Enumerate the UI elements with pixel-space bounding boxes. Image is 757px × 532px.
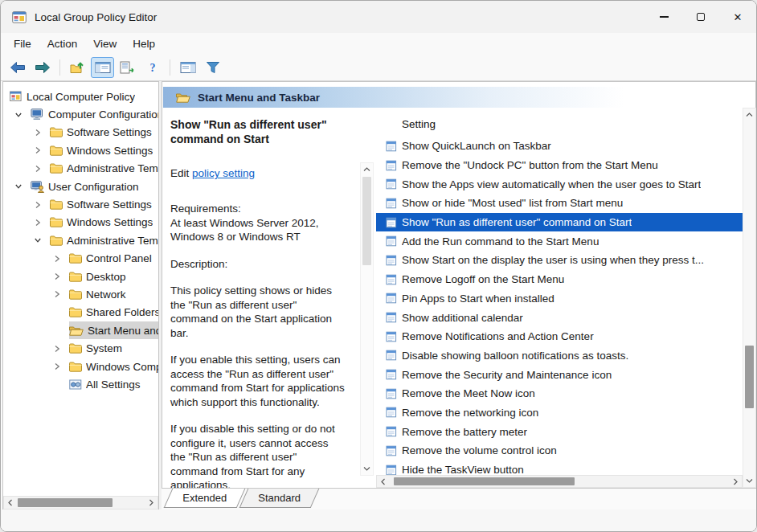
setting-row-remove-logoff-on-the-start-menu[interactable]: Remove Logoff on the Start Menu	[376, 270, 743, 289]
chevron-collapsed-icon[interactable]	[32, 165, 50, 173]
setting-row-show-or-hide-most-used-list-from-start-menu[interactable]: Show or hide "Most used" list from Start…	[376, 194, 743, 213]
setting-column-header[interactable]: Setting	[376, 114, 743, 133]
tree-item-label: Local Computer Policy	[27, 91, 135, 103]
tree-item-shared-folders[interactable]: Shared Folders	[3, 304, 158, 321]
setting-row-remove-the-meet-now-icon[interactable]: Remove the Meet Now icon	[376, 384, 743, 403]
tree-item-network[interactable]: Network	[3, 285, 158, 303]
tree-item-body: Administrative Templates	[50, 160, 158, 178]
minimize-button[interactable]	[645, 1, 682, 33]
scrollbar-track[interactable]	[361, 175, 373, 463]
tree-item-desktop[interactable]: Desktop	[3, 268, 158, 285]
scroll-down-button[interactable]	[743, 475, 755, 487]
chevron-expanded-icon[interactable]	[13, 182, 31, 190]
policy-icon	[386, 178, 397, 190]
show-console-tree-button[interactable]	[91, 57, 114, 78]
tree-item-local-computer-policy[interactable]: Local Computer Policy	[3, 88, 158, 105]
setting-label: Show the Apps view automatically when th…	[402, 178, 701, 190]
tree-item-control-panel[interactable]: Control Panel	[3, 250, 158, 268]
chevron-collapsed-icon[interactable]	[51, 272, 69, 280]
tree-item-software-settings[interactable]: Software Settings	[3, 124, 158, 141]
setting-row-remove-the-networking-icon[interactable]: Remove the networking icon	[376, 403, 743, 423]
close-button[interactable]: ✕	[719, 1, 756, 33]
tab-extended[interactable]: Extended	[164, 489, 246, 508]
show-action-pane-button[interactable]	[176, 57, 199, 78]
setting-row-pin-apps-to-start-when-installed[interactable]: Pin Apps to Start when installed	[376, 289, 743, 309]
tree-item-windows-components[interactable]: Windows Components	[3, 358, 158, 375]
scrollbar-thumb[interactable]	[362, 177, 371, 265]
tree-item-all-settings[interactable]: All Settings	[3, 375, 158, 393]
setting-row-show-quicklaunch-on-taskbar[interactable]: Show QuickLaunch on Taskbar	[376, 137, 743, 156]
menu-action[interactable]: Action	[39, 35, 86, 52]
menu-file[interactable]: File	[6, 35, 39, 52]
setting-row-show-start-on-the-display-the-user-is-using-when[interactable]: Show Start on the display the user is us…	[376, 251, 743, 270]
chevron-collapsed-icon[interactable]	[32, 129, 50, 137]
list-horizontal-scrollbar[interactable]	[376, 475, 743, 488]
filter-button[interactable]	[201, 57, 224, 78]
setting-row-remove-the-undock-pc-button-from-the-start-menu[interactable]: Remove the "Undock PC" button from the S…	[376, 156, 743, 175]
chevron-collapsed-icon[interactable]	[51, 255, 69, 263]
chevron-collapsed-icon[interactable]	[32, 219, 50, 227]
scroll-up-button[interactable]	[743, 108, 755, 121]
scroll-left-button[interactable]	[4, 497, 16, 509]
setting-row-remove-notifications-and-action-center[interactable]: Remove Notifications and Action Center	[376, 327, 743, 346]
setting-row-disable-showing-balloon-notifications-as-toasts[interactable]: Disable showing balloon notifications as…	[376, 346, 743, 366]
title-bar[interactable]: Local Group Policy Editor ✕	[1, 1, 756, 33]
setting-row-show-additional-calendar[interactable]: Show additional calendar	[376, 308, 743, 327]
help-button[interactable]: ?	[141, 57, 164, 78]
menu-help[interactable]: Help	[125, 35, 163, 52]
window-title: Local Group Policy Editor	[35, 11, 157, 23]
setting-row-show-the-apps-view-automatically-when-the-user-g[interactable]: Show the Apps view automatically when th…	[376, 174, 743, 194]
tab-standard[interactable]: Standard	[239, 489, 319, 508]
scroll-right-button[interactable]	[730, 476, 742, 487]
tree-item-user-configuration[interactable]: User Configuration	[3, 178, 158, 195]
detail-vertical-scrollbar[interactable]	[360, 162, 374, 476]
forward-button[interactable]	[31, 57, 54, 78]
scrollbar-thumb[interactable]	[745, 346, 754, 408]
scrollbar-track[interactable]	[16, 497, 145, 509]
chevron-expanded-icon[interactable]	[13, 111, 31, 119]
tree-item-windows-settings[interactable]: Windows Settings	[3, 141, 158, 159]
tree-item-software-settings[interactable]: Software Settings	[3, 195, 158, 213]
requirements-text: At least Windows Server 2012, Windows 8 …	[170, 216, 346, 244]
setting-row-remove-the-security-and-maintenance-icon[interactable]: Remove the Security and Maintenance icon	[376, 365, 743, 384]
folder-icon	[69, 307, 82, 317]
up-one-level-button[interactable]	[66, 57, 89, 78]
chevron-collapsed-icon[interactable]	[32, 146, 50, 154]
chevron-collapsed-icon[interactable]	[32, 201, 50, 209]
chevron-expanded-icon[interactable]	[32, 236, 50, 244]
setting-row-remove-the-volume-control-icon[interactable]: Remove the volume control icon	[376, 441, 743, 460]
tree-item-administrative-templates[interactable]: Administrative Templates	[3, 160, 158, 178]
tree-horizontal-scrollbar[interactable]	[3, 496, 158, 509]
menu-view[interactable]: View	[85, 35, 125, 52]
chevron-collapsed-icon[interactable]	[51, 362, 69, 370]
list-vertical-scrollbar[interactable]	[743, 108, 756, 488]
setting-label: Add the Run command to the Start Menu	[402, 235, 599, 248]
setting-row-show-run-as-different-user-command-on-start[interactable]: Show "Run as different user" command on …	[376, 213, 743, 232]
scroll-right-button[interactable]	[145, 497, 158, 509]
scroll-up-button[interactable]	[361, 163, 373, 175]
minimize-icon	[660, 16, 669, 17]
setting-label: Show QuickLaunch on Taskbar	[402, 140, 551, 152]
tree-item-windows-settings[interactable]: Windows Settings	[3, 214, 158, 231]
scrollbar-track[interactable]	[389, 476, 730, 487]
tree-item-start-menu-and-taskbar[interactable]: Start Menu and Taskbar	[3, 321, 158, 339]
chevron-collapsed-icon[interactable]	[51, 345, 69, 353]
export-list-button[interactable]	[116, 57, 139, 78]
setting-row-add-the-run-command-to-the-start-menu[interactable]: Add the Run command to the Start Menu	[376, 231, 743, 251]
chevron-collapsed-icon[interactable]	[51, 290, 69, 298]
scrollbar-thumb[interactable]	[18, 498, 113, 507]
setting-row-hide-the-taskview-button[interactable]: Hide the TaskView button	[376, 460, 743, 475]
tree-item-computer-configuration[interactable]: Computer Configuration	[3, 105, 158, 123]
scrollbar-thumb[interactable]	[394, 477, 575, 485]
show-action-pane-icon	[180, 61, 196, 74]
scroll-left-button[interactable]	[377, 476, 389, 487]
edit-policy-setting-link[interactable]: policy setting	[192, 167, 255, 179]
scroll-down-button[interactable]	[361, 463, 373, 475]
scrollbar-track[interactable]	[743, 121, 755, 475]
edit-policy-setting: Edit policy setting	[170, 167, 346, 179]
tree-item-administrative-templates[interactable]: Administrative Templates	[3, 231, 158, 249]
maximize-button[interactable]	[682, 1, 719, 33]
back-button[interactable]	[6, 57, 29, 78]
tree-item-system[interactable]: System	[3, 339, 158, 357]
setting-row-remove-the-battery-meter[interactable]: Remove the battery meter	[376, 422, 743, 441]
